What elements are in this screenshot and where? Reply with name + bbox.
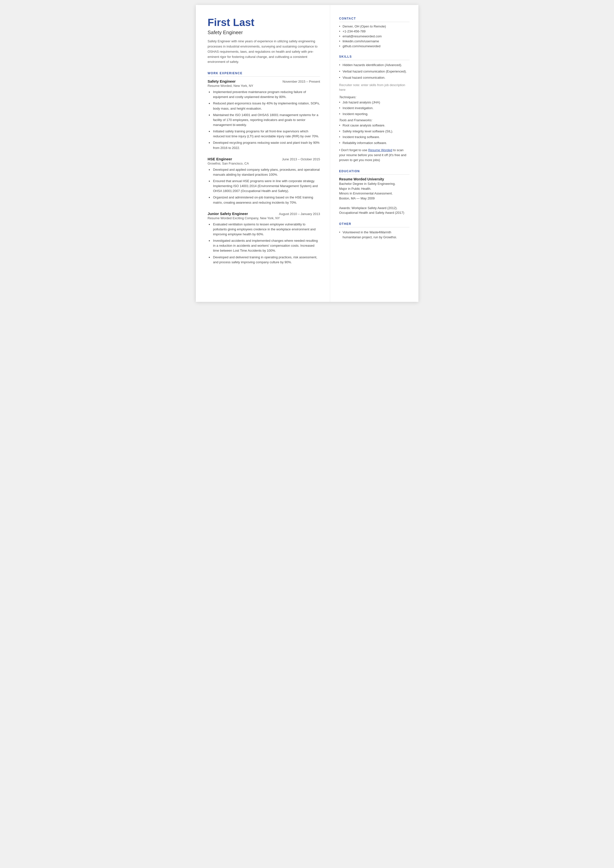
contact-item-0: Denver, OH (Open to Remote) — [339, 25, 409, 28]
job-block-3: Junior Safety Engineer August 2010 – Jan… — [208, 211, 320, 265]
job-dates-1: November 2015 – Present — [283, 80, 320, 83]
bullet-2-3: Organized and administered on-job traini… — [208, 195, 320, 205]
bullet-1-3: Maintained the ISO 14001 and OHSAS 18001… — [208, 113, 320, 127]
job-block-2: HSE Engineer June 2013 – October 2015 Gr… — [208, 157, 320, 205]
resume-page: First Last Safety Engineer Safety Engine… — [196, 5, 419, 302]
job-bullets-1: Implemented preventive maintenance progr… — [208, 90, 320, 151]
other-list: Volunteered in the Waste4Warmth humanita… — [339, 230, 409, 240]
edu-school-0: Resume Worded University — [339, 177, 409, 181]
contact-list: Denver, OH (Open to Remote) +1-234-456-7… — [339, 25, 409, 48]
technique-0: Job hazard analysis (JHA) — [339, 100, 409, 105]
recruiter-note: Recruiter note: enter skills from job de… — [339, 83, 409, 92]
skills-label: SKILLS — [339, 55, 409, 60]
bullet-2-2: Ensured that annual HSE programs were in… — [208, 179, 320, 194]
tool-1: Safety integrity level software (SIL). — [339, 129, 409, 134]
bullet-3-3: Developed and delivered training in oper… — [208, 255, 320, 265]
contact-item-1: +1-234-456-789 — [339, 30, 409, 33]
skill-0: Hidden hazards identification (Advanced)… — [339, 63, 409, 68]
contact-item-4: github.com/resumeworded — [339, 44, 409, 48]
skills-section: SKILLS Hidden hazards identification (Ad… — [339, 55, 409, 163]
bullet-1-5: Developed recycling programs reducing wa… — [208, 140, 320, 150]
technique-2: Incident reporting. — [339, 112, 409, 116]
rw-note: • Don't forget to use Resume Worded to s… — [339, 148, 409, 163]
bullet-1-2: Reduced plant ergonomics issues by 40% b… — [208, 101, 320, 111]
education-section: EDUCATION Resume Worded University Bache… — [339, 169, 409, 215]
job-bullets-3: Evaluated ventilation systems to lessen … — [208, 222, 320, 265]
candidate-summary: Safety Engineer with nine years of exper… — [208, 39, 320, 65]
tool-0: Root cause analysis software. — [339, 123, 409, 128]
rw-link[interactable]: Resume Worded — [368, 148, 392, 152]
edu-entry-0: Resume Worded University Bachelor Degree… — [339, 177, 409, 215]
job-title-3: Junior Safety Engineer — [208, 211, 248, 216]
job-block-1: Safety Engineer November 2015 – Present … — [208, 79, 320, 151]
contact-section: CONTACT Denver, OH (Open to Remote) +1-2… — [339, 17, 409, 48]
techniques-label: Techniques: — [339, 95, 409, 99]
job-dates-2: June 2013 – October 2015 — [282, 157, 320, 161]
bullet-1-1: Implemented preventive maintenance progr… — [208, 90, 320, 99]
skill-1: Verbal hazard communication (Experienced… — [339, 69, 409, 74]
bullet-3-2: Investigated accidents and implemented c… — [208, 238, 320, 253]
bullet-2-1: Developed and applied company safety pla… — [208, 167, 320, 177]
work-experience-section: WORK EXPERIENCE Safety Engineer November… — [208, 71, 320, 265]
tools-list: Root cause analysis software. Safety int… — [339, 123, 409, 145]
bullet-1-4: Initiated safety training programs for a… — [208, 129, 320, 139]
technique-1: Incident investigation. — [339, 106, 409, 110]
candidate-name: First Last — [208, 17, 320, 28]
other-section: OTHER Volunteered in the Waste4Warmth hu… — [339, 222, 409, 240]
job-company-1: Resume Worded, New York, NY — [208, 84, 320, 88]
job-company-3: Resume Worded Exciting Company, New York… — [208, 216, 320, 220]
contact-item-3: linkedin.com/in/username — [339, 39, 409, 43]
tools-label: Tools and Frameworks: — [339, 118, 409, 122]
edu-details-0: Bachelor Degree in Safety Engineering. M… — [339, 182, 409, 215]
job-bullets-2: Developed and applied company safety pla… — [208, 167, 320, 205]
contact-item-2: email@resumeworded.com — [339, 34, 409, 38]
job-company-2: Growthsi, San Francisco, CA — [208, 161, 320, 165]
work-experience-label: WORK EXPERIENCE — [208, 71, 320, 77]
education-label: EDUCATION — [339, 169, 409, 175]
job-header-3: Junior Safety Engineer August 2010 – Jan… — [208, 211, 320, 216]
job-title-1: Safety Engineer — [208, 79, 236, 83]
bullet-3-1: Evaluated ventilation systems to lessen … — [208, 222, 320, 237]
tool-2: Incident tracking software. — [339, 135, 409, 140]
left-column: First Last Safety Engineer Safety Engine… — [196, 5, 330, 302]
skill-2: Visual hazard communication. — [339, 75, 409, 80]
contact-label: CONTACT — [339, 17, 409, 22]
techniques-list: Job hazard analysis (JHA) Incident inves… — [339, 100, 409, 116]
other-item-0: Volunteered in the Waste4Warmth humanita… — [339, 230, 409, 240]
job-header-1: Safety Engineer November 2015 – Present — [208, 79, 320, 83]
other-label: OTHER — [339, 222, 409, 227]
right-column: CONTACT Denver, OH (Open to Remote) +1-2… — [330, 5, 418, 302]
job-header-2: HSE Engineer June 2013 – October 2015 — [208, 157, 320, 161]
job-dates-3: August 2010 – January 2013 — [279, 212, 320, 216]
job-title-2: HSE Engineer — [208, 157, 232, 161]
main-skills-list: Hidden hazards identification (Advanced)… — [339, 63, 409, 80]
candidate-title: Safety Engineer — [208, 30, 320, 36]
tool-3: Reliability information software. — [339, 141, 409, 146]
